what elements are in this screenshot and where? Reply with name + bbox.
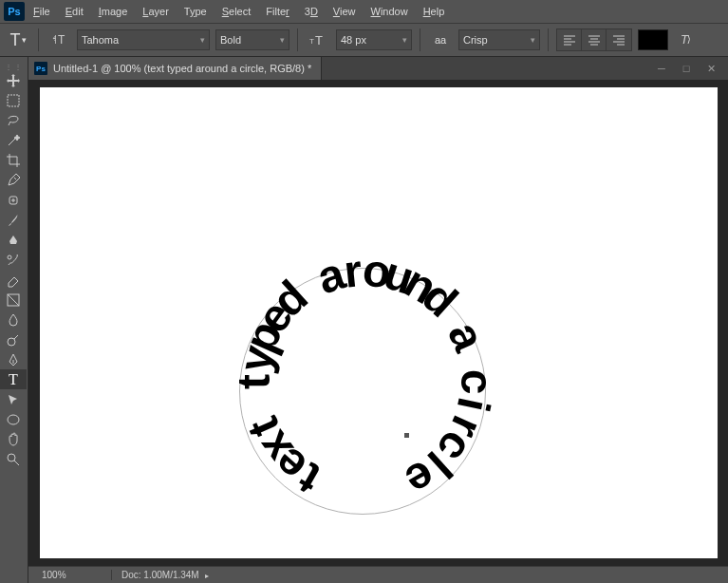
menu-help[interactable]: Help — [417, 3, 452, 20]
antialias-dropdown[interactable]: Crisp ▾ — [458, 29, 540, 50]
menu-image[interactable]: Image — [92, 3, 135, 20]
svg-point-9 — [8, 415, 19, 424]
font-family-value: Tahoma — [82, 34, 119, 46]
lasso-tool[interactable] — [0, 110, 27, 130]
minimize-button[interactable]: ─ — [650, 61, 673, 76]
menu-type[interactable]: Type — [177, 3, 214, 20]
move-tool[interactable] — [0, 70, 27, 90]
canvas[interactable]: text typed around a circle — [40, 87, 718, 558]
crop-tool[interactable] — [0, 150, 27, 170]
align-left-button[interactable] — [557, 29, 582, 50]
document-tab[interactable]: Ps Untitled-1 @ 100% (text typed around … — [28, 57, 322, 80]
eraser-tool[interactable] — [0, 270, 27, 290]
eyedropper-tool[interactable] — [0, 170, 27, 190]
text-align-group — [556, 28, 632, 51]
chevron-down-icon: ▾ — [200, 35, 205, 45]
warp-text-button[interactable]: T — [674, 28, 699, 52]
text-orientation-toggle[interactable]: ⸶T — [47, 28, 71, 52]
align-center-button[interactable] — [582, 29, 607, 50]
font-size-value: 48 px — [341, 34, 366, 46]
path-anchor[interactable] — [274, 326, 279, 330]
path-selection-tool[interactable] — [0, 389, 27, 409]
font-size-dropdown[interactable]: 48 px ▾ — [336, 29, 412, 50]
app-logo: Ps — [4, 2, 25, 21]
svg-text:T: T — [309, 37, 314, 46]
menu-filter[interactable]: Filter — [259, 3, 295, 20]
hand-tool[interactable] — [0, 429, 27, 449]
zoom-tool[interactable] — [0, 449, 27, 469]
circle-path[interactable] — [239, 268, 486, 515]
blur-tool[interactable] — [0, 310, 27, 329]
history-brush-tool[interactable] — [0, 250, 27, 270]
menu-view[interactable]: View — [327, 3, 363, 20]
divider — [548, 28, 549, 51]
gradient-tool[interactable] — [0, 290, 27, 310]
dodge-tool[interactable] — [0, 329, 27, 349]
document-tab-bar: Ps Untitled-1 @ 100% (text typed around … — [28, 57, 728, 80]
divider — [420, 28, 420, 51]
svg-text:T: T — [681, 32, 689, 47]
font-weight-dropdown[interactable]: Bold ▾ — [215, 29, 289, 50]
options-bar: T▾ ⸶T Tahoma ▾ Bold ▾ TT 48 px ▾ aa Cris… — [0, 23, 728, 57]
antialias-icon: aa — [428, 28, 453, 52]
align-right-button[interactable] — [607, 29, 631, 50]
healing-tool[interactable] — [0, 190, 27, 210]
canvas-viewport[interactable]: text typed around a circle — [28, 80, 728, 566]
pen-tool[interactable] — [0, 349, 27, 369]
maximize-button[interactable]: □ — [675, 61, 698, 76]
type-tool[interactable]: T — [0, 369, 27, 389]
marquee-tool[interactable] — [0, 90, 27, 110]
status-bar: 100% Doc: 1.00M/1.34M▸ — [28, 566, 728, 583]
svg-text:⸶T: ⸶T — [52, 33, 65, 47]
window-controls: ─ □ ✕ — [650, 61, 728, 76]
active-tool-indicator[interactable]: T▾ — [6, 28, 30, 52]
workspace: ⋮⋮ T Ps Untitled-1 @ 100% (text typed ar… — [0, 57, 728, 583]
svg-point-6 — [8, 255, 11, 259]
menu-file[interactable]: File — [27, 3, 57, 20]
menu-edit[interactable]: Edit — [59, 3, 90, 20]
font-weight-value: Bold — [220, 34, 241, 46]
svg-rect-4 — [8, 95, 19, 106]
chevron-down-icon: ▾ — [531, 35, 535, 45]
zoom-level[interactable]: 100% — [28, 570, 112, 580]
menu-window[interactable]: Window — [364, 3, 415, 20]
antialias-value: Crisp — [463, 34, 488, 46]
menu-layer[interactable]: Layer — [136, 3, 176, 20]
tab-ps-icon: Ps — [34, 62, 47, 75]
close-button[interactable]: ✕ — [700, 61, 722, 76]
menu-bar: Ps File Edit Image Layer Type Select Fil… — [0, 0, 728, 23]
menu-3d[interactable]: 3D — [298, 3, 325, 20]
divider — [297, 28, 298, 51]
path-anchor[interactable] — [404, 433, 409, 438]
font-size-icon: TT — [306, 28, 330, 52]
tools-panel: ⋮⋮ T — [0, 57, 28, 583]
font-family-dropdown[interactable]: Tahoma ▾ — [77, 29, 210, 50]
shape-tool[interactable] — [0, 409, 27, 429]
document-area: Ps Untitled-1 @ 100% (text typed around … — [28, 57, 728, 583]
svg-text:T: T — [315, 33, 323, 47]
text-color-swatch[interactable] — [638, 29, 668, 50]
document-tab-title: Untitled-1 @ 100% (text typed around a c… — [53, 63, 311, 74]
svg-point-10 — [8, 454, 15, 461]
clone-stamp-tool[interactable] — [0, 230, 27, 250]
doc-info[interactable]: Doc: 1.00M/1.34M▸ — [112, 570, 209, 580]
caret-right-icon: ▸ — [205, 572, 209, 580]
panel-grip[interactable]: ⋮⋮ — [0, 63, 28, 70]
chevron-down-icon: ▾ — [402, 35, 407, 45]
brush-tool[interactable] — [0, 210, 27, 230]
magic-wand-tool[interactable] — [0, 130, 27, 150]
menu-select[interactable]: Select — [215, 3, 258, 20]
chevron-down-icon: ▾ — [280, 35, 285, 45]
svg-point-8 — [8, 338, 15, 346]
divider — [38, 28, 39, 51]
